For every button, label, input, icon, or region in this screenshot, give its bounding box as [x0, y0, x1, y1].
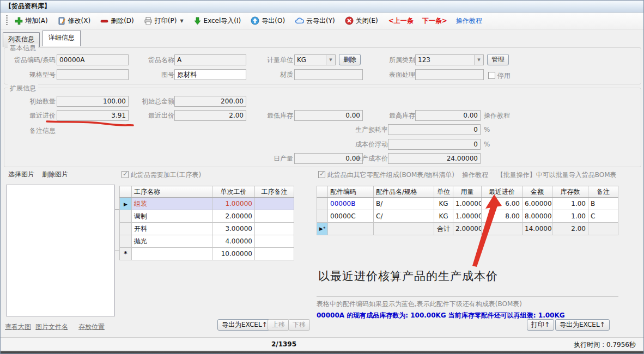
daily-output-label: 日产量 — [255, 153, 293, 164]
excel-import-button[interactable]: Excel导入(I) — [190, 14, 245, 28]
batch-operation-hint: 【批量操作】中可以批量导入货品BOM表 — [497, 171, 617, 179]
picture-filename-link[interactable]: 图片文件名 — [35, 322, 68, 332]
print-dropdown-icon[interactable]: ▼ — [180, 19, 183, 23]
table-row[interactable]: ▶ 组装 1.00000 — [120, 198, 294, 210]
table-total-row[interactable]: ▶* 合计 2.00000 14.00000 2.00 — [317, 223, 618, 235]
remark-label: 备注信息 — [21, 125, 56, 136]
init-amount-input[interactable] — [174, 96, 246, 107]
material-input[interactable] — [294, 69, 363, 80]
max-stock-input[interactable] — [415, 110, 481, 121]
delete-picture-link[interactable]: 删除图片 — [42, 170, 68, 179]
min-stock-input[interactable] — [294, 110, 363, 121]
unit-label: 计量单位 — [258, 54, 293, 65]
edit-icon — [58, 17, 66, 25]
delete-button[interactable]: 删除(D) — [96, 14, 138, 28]
table-row[interactable]: 调制 2.00000 — [120, 210, 294, 223]
basic-info-legend: 基本信息 — [8, 44, 38, 53]
category-label: 所属类别 — [380, 54, 415, 65]
edit-button[interactable]: 修改(X) — [54, 14, 95, 28]
extended-info-legend: 扩展信息 — [8, 84, 38, 93]
toolbar: 增加(A) 修改(X) 删除(D) 打印(P) ▼ Excel导入(I) 导出(… — [1, 13, 643, 29]
bom-tutorial-link[interactable]: 操作教程 — [462, 171, 488, 179]
tab-bar: 列表信息 详细信息 — [1, 29, 643, 44]
process-export-excel-button[interactable]: 导出为EXCEL↑ — [217, 319, 272, 331]
goods-name-input[interactable] — [174, 54, 246, 65]
extended-info-group: 扩展信息 初始数量 初始总金额 最近进价 最近出价 最低库存 最高库存 操作教程… — [4, 88, 641, 167]
bom-print-button[interactable]: 打印↑ — [527, 319, 554, 331]
select-picture-link[interactable]: 选择图片 — [8, 170, 34, 179]
prev-record-link[interactable]: <上一条 — [388, 16, 414, 26]
view-large-link[interactable]: 查看大图 — [5, 322, 31, 332]
add-button[interactable]: 增加(A) — [11, 14, 52, 28]
window-bottom-edge — [1, 351, 643, 354]
goods-code-input[interactable] — [57, 54, 129, 65]
production-cost-input[interactable] — [388, 153, 481, 164]
chevron-down-icon[interactable] — [474, 55, 483, 65]
drawing-no-label: 图号 — [139, 69, 174, 80]
goods-code-label: 货品编码/条码 — [5, 54, 56, 65]
category-combo[interactable]: 123 — [415, 54, 484, 65]
move-up-button[interactable]: 上移 — [268, 319, 289, 331]
max-stock-label: 最高库存 — [377, 110, 415, 121]
goods-database-window: 【货品资料库】 增加(A) 修改(X) 删除(D) 打印(P) ▼ Excel导… — [0, 0, 644, 354]
surface-label: 表面处理 — [380, 69, 415, 80]
needs-processing-checkbox[interactable]: 此货品需要加工(工序表) — [121, 169, 201, 180]
chevron-down-icon[interactable] — [326, 55, 335, 65]
bom-table: 配件编码 配件品名/规格 单位 用量 最近进价 金额 库存数 备注 00000B… — [317, 186, 618, 235]
init-qty-input[interactable] — [57, 96, 129, 107]
cost-float-input[interactable] — [388, 139, 481, 150]
close-icon — [345, 16, 354, 25]
loss-rate-input[interactable] — [388, 124, 481, 135]
table-header-row: 工序名称 单次工价 工序备注 — [120, 186, 294, 198]
checkbox-checked-icon[interactable] — [318, 171, 325, 178]
loss-rate-label: 生产损耗率 — [344, 124, 388, 135]
drawing-no-input[interactable] — [174, 69, 246, 80]
tab-detail-info[interactable]: 详细信息 — [42, 30, 81, 46]
checkbox-checked-icon[interactable] — [121, 171, 129, 178]
goods-name-label: 货品名称 — [139, 54, 174, 65]
loss-rate-percent: % — [484, 124, 490, 135]
init-qty-label: 初始数量 — [5, 96, 56, 107]
bom-composed-checkbox[interactable]: 此货品由其它零配件组成(BOM表/物料清单) 操作教程 【批量操作】中可以批量导… — [318, 169, 617, 180]
table-row[interactable]: 抛光 4.00000 — [120, 235, 294, 248]
recent-purchase-label: 最近进价 — [5, 110, 56, 121]
recent-sale-label: 最近出价 — [135, 110, 174, 121]
category-manage-button[interactable]: 管理 — [487, 54, 509, 65]
cloud-export-button[interactable]: 云导出(Y) — [291, 14, 339, 28]
material-label: 材质 — [258, 69, 293, 80]
recent-sale-input[interactable] — [174, 110, 246, 121]
export-button[interactable]: 导出(O) — [247, 14, 289, 28]
process-table: 工序名称 单次工价 工序备注 ▶ 组装 1.00000 调制 2.00000 开… — [119, 186, 294, 260]
bom-export-excel-button[interactable]: 导出为EXCEL↑ — [555, 319, 610, 331]
window-title: 【货品资料库】 — [5, 2, 51, 11]
table-new-row[interactable]: * 10.00000 — [120, 248, 294, 260]
unit-delete-button[interactable]: 删除 — [339, 54, 361, 65]
toolbar-grip[interactable] — [6, 15, 8, 26]
spec-input[interactable] — [57, 69, 129, 80]
disable-checkbox[interactable]: 停用 — [488, 70, 511, 81]
status-bar: 2/1395 执行时间 : 0.7956秒 — [1, 337, 643, 351]
table-row[interactable]: 00000C C/ KG 1.00000 8.00 8.00000 1.00 C — [317, 210, 618, 223]
table-row[interactable]: 00000B B/ KG 1.00000 6.00 6.00000 1.00 B — [317, 198, 618, 210]
table-row[interactable]: 开料 3.00000 — [120, 223, 294, 235]
unit-combo[interactable]: KG — [294, 54, 336, 65]
surface-input[interactable] — [415, 69, 484, 80]
tutorial-link[interactable]: 操作教程 — [456, 16, 482, 26]
next-record-link[interactable]: 下一条> — [422, 16, 447, 26]
checkbox-icon[interactable] — [488, 72, 495, 79]
annotation-text: 以最近进价核算产品的生产成本价 — [318, 268, 498, 284]
print-button[interactable]: 打印(P) ▼ — [140, 14, 187, 28]
export-icon — [251, 16, 259, 25]
storage-location-link[interactable]: 存放位置 — [78, 322, 105, 332]
table-header-row: 配件编码 配件品名/规格 单位 用量 最近进价 金额 库存数 备注 — [317, 186, 618, 198]
move-down-button[interactable]: 下移 — [288, 319, 310, 331]
basic-info-group: 基本信息 货品编码/条码 货品名称 计量单位 KG 删除 所属类别 123 管理… — [4, 47, 641, 84]
close-button[interactable]: 关闭(E) — [341, 14, 382, 28]
init-amount-label: 初始总金额 — [135, 96, 174, 107]
picture-box[interactable] — [6, 185, 115, 316]
recent-purchase-input[interactable] — [57, 110, 129, 121]
title-bar: 【货品资料库】 — [1, 1, 643, 13]
stock-tutorial-link[interactable]: 操作教程 — [484, 110, 517, 121]
cost-float-percent: % — [484, 139, 490, 150]
bom-note-gray: 表格中的配件编码如果显示为蓝色,表示此配件下级还有构成表(BOM表) — [317, 300, 618, 309]
